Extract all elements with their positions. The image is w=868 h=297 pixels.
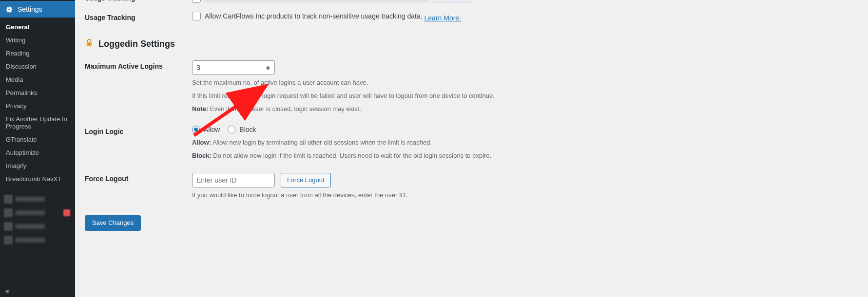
max-logins-desc-1: Set the maximum no. of active logins a u…: [192, 78, 858, 88]
settings-icon: [5, 5, 14, 14]
max-logins-label: Maximum Active Logins: [85, 60, 192, 70]
login-logic-block-title: Block:: [192, 152, 212, 159]
max-logins-note-text: Even if the browser is closed, login ses…: [208, 105, 361, 112]
force-logout-desc: If you would like to force logout a user…: [192, 190, 858, 201]
force-logout-label: Force Logout: [85, 173, 192, 183]
row-login-logic: Login Logic Allow Block Allow: Allow new…: [85, 120, 858, 167]
login-logic-allow-title: Allow:: [192, 139, 211, 146]
section-loggedin-heading: Loggedin Settings: [85, 38, 858, 50]
truncated-row: Usage Tracking: [85, 0, 858, 6]
usage-tracking-checkbox-label[interactable]: Allow CartFlows Inc products to track no…: [192, 12, 423, 20]
login-logic-allow-label: Allow: [204, 126, 220, 133]
truncated-row-link: [433, 0, 472, 2]
login-logic-allow-option[interactable]: Allow: [192, 126, 220, 133]
max-logins-input[interactable]: [192, 60, 275, 75]
login-logic-block-option[interactable]: Block: [228, 126, 256, 133]
max-logins-desc-2: If this limit reached, next login reques…: [192, 91, 858, 101]
svg-point-1: [89, 43, 90, 45]
max-logins-note: Note: Even if the browser is closed, log…: [192, 104, 858, 114]
login-logic-allow-radio[interactable]: [192, 126, 200, 133]
login-logic-allow-desc: Allow: Allow new login by terminating al…: [192, 138, 858, 148]
sidebar-item-breadcrumb-navxt[interactable]: Breadcrumb NavXT: [0, 172, 75, 186]
truncated-row-checkbox[interactable]: [192, 0, 201, 3]
sidebar-collapse[interactable]: ◄: [0, 285, 75, 297]
sidebar-item-fix-update[interactable]: Fix Another Update In Progress: [0, 112, 75, 133]
usage-tracking-learn-more-link[interactable]: Learn More.: [424, 14, 461, 22]
max-logins-note-label: Note:: [192, 105, 208, 112]
sidebar-item-general[interactable]: General: [0, 20, 75, 34]
sidebar-blurred-group: [0, 189, 75, 247]
row-usage-tracking-cartflows: Usage Tracking Allow CartFlows Inc produ…: [85, 6, 858, 28]
sidebar-item-media[interactable]: Media: [0, 73, 75, 86]
login-logic-block-label: Block: [239, 126, 256, 133]
truncated-row-label: Usage Tracking: [85, 0, 192, 2]
sidebar-submenu: General Writing Reading Discussion Media…: [0, 18, 75, 189]
force-logout-input[interactable]: [192, 173, 275, 187]
row-force-logout: Force Logout Force Logout If you would l…: [85, 167, 858, 206]
sidebar-item-autoptimize[interactable]: Autoptimize: [0, 146, 75, 159]
login-logic-allow-text: Allow new login by terminating all other…: [211, 139, 432, 146]
usage-tracking-checkbox[interactable]: [192, 12, 201, 20]
sidebar-settings-label: Settings: [18, 5, 42, 13]
collapse-icon: ◄: [4, 288, 10, 295]
sidebar-item-reading[interactable]: Reading: [0, 47, 75, 60]
truncated-row-text: [205, 0, 429, 2]
save-changes-button[interactable]: Save Changes: [85, 215, 141, 231]
sidebar-item-discussion[interactable]: Discussion: [0, 60, 75, 73]
login-logic-block-desc: Block: Do not allow new login if the lim…: [192, 151, 858, 161]
sidebar-item-privacy[interactable]: Privacy: [0, 99, 75, 112]
usage-tracking-label: Usage Tracking: [85, 12, 192, 21]
login-logic-block-text: Do not allow new login if the limit is r…: [212, 152, 491, 159]
sidebar-item-writing[interactable]: Writing: [0, 34, 75, 47]
usage-tracking-text: Allow CartFlows Inc products to track no…: [205, 12, 423, 20]
login-logic-block-radio[interactable]: [228, 126, 235, 133]
row-max-logins: Maximum Active Logins Set the maximum no…: [85, 55, 858, 120]
sidebar-item-imagify[interactable]: Imagify: [0, 159, 75, 172]
sidebar-item-permalinks[interactable]: Permalinks: [0, 86, 75, 99]
admin-sidebar: Settings General Writing Reading Discuss…: [0, 0, 75, 297]
sidebar-settings-menu[interactable]: Settings: [0, 1, 75, 18]
section-heading-text: Loggedin Settings: [98, 39, 175, 49]
sidebar-item-gtranslate[interactable]: GTranslate: [0, 133, 75, 146]
force-logout-button[interactable]: Force Logout: [281, 173, 331, 187]
lock-icon: [85, 38, 94, 50]
settings-main: Usage Tracking Usage Tracking Allow Cart…: [75, 0, 868, 297]
login-logic-label: Login Logic: [85, 126, 192, 135]
